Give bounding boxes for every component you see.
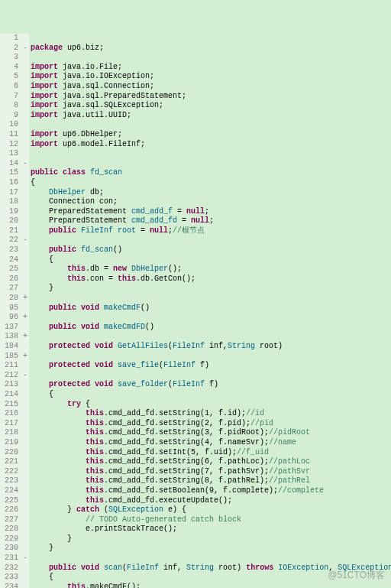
code-line: this.cmd_add_fd.setString(6, f.pathLoc);… xyxy=(31,457,310,466)
code-line: this.cmd_add_fd.setString(2, f.pid);//pi… xyxy=(31,419,273,427)
code-line: public class fd_scan xyxy=(31,168,122,177)
code-line: { xyxy=(31,390,53,398)
code-line: import java.util.UUID; xyxy=(31,111,131,119)
code-line: { xyxy=(31,573,53,581)
code-line: } catch (SQLException e) { xyxy=(31,505,186,514)
code-line: Connection con; xyxy=(31,197,118,206)
code-line: PreparedStatement cmd_add_f = null; xyxy=(31,207,209,216)
code-line: try { xyxy=(31,400,90,408)
code-line: import java.io.IOException; xyxy=(31,72,154,80)
code-line: import java.io.File; xyxy=(31,63,122,71)
watermark: @51CTO博客 xyxy=(328,569,385,582)
fold-gutter[interactable]: - - - + + + + - - xyxy=(21,34,29,588)
code-line: PreparedStatement cmd_add_fd = null; xyxy=(31,216,214,225)
code-line: import up6.model.FileInf; xyxy=(31,140,145,148)
code-line: this.cmd_add_fd.setBoolean(9, f.complete… xyxy=(31,486,324,495)
code-line: this.con = this.db.GetCon(); xyxy=(31,275,196,283)
code-line: import up6.DbHelper; xyxy=(31,130,122,138)
code-line: DbHelper db; xyxy=(31,188,104,197)
code-line: this.cmd_add_fd.setInt(5, f.uid);//f_uid xyxy=(31,448,269,456)
code-line: } xyxy=(31,544,53,552)
code-line: { xyxy=(31,178,35,187)
code-line: protected void GetAllFiles(FileInf inf,S… xyxy=(31,342,283,350)
code-line: public FileInf root = null;//根节点 xyxy=(31,226,205,235)
line-gutter: 1 2 3 4 5 6 7 8 9 10 11 12 13 14 15 16 1… xyxy=(0,34,21,588)
code-line: this.cmd_add_fd.setString(3, f.pidRoot);… xyxy=(31,428,310,437)
code-line: this.cmd_add_fd.setString(8, f.pathRel);… xyxy=(31,476,310,485)
code-line: protected void save_file(FileInf f) xyxy=(31,361,209,369)
code-line: this.cmd_add_fd.setString(1, f.id);//id xyxy=(31,409,264,417)
code-editor[interactable]: 1 2 3 4 5 6 7 8 9 10 11 12 13 14 15 16 1… xyxy=(0,34,391,588)
code-area[interactable]: package up6.biz; import java.io.File; im… xyxy=(29,34,391,588)
code-line: public void makeCmdF() xyxy=(31,304,150,312)
code-line: } xyxy=(31,284,53,292)
code-line: { xyxy=(31,255,53,264)
code-line: protected void save_folder(FileInf f) xyxy=(31,380,218,388)
code-line: import java.sql.PreparedStatement; xyxy=(31,92,186,100)
code-line: this.makeCmdF(); xyxy=(31,583,141,588)
code-line: this.db = new DbHelper(); xyxy=(31,265,182,273)
code-line: package up6.biz; xyxy=(31,44,104,52)
code-line: e.printStackTrace(); xyxy=(31,525,177,533)
code-line: this.cmd_add_fd.setString(4, f.nameSvr);… xyxy=(31,438,296,447)
code-line: this.cmd_add_fd.executeUpdate(); xyxy=(31,496,232,505)
code-line: } xyxy=(31,534,72,543)
code-line: public void makeCmdFD() xyxy=(31,323,154,331)
code-line: public fd_scan() xyxy=(31,245,122,254)
code-line: import java.sql.Connection; xyxy=(31,82,154,90)
code-line: import java.sql.SQLException; xyxy=(31,101,163,109)
code-line: this.cmd_add_fd.setString(7, f.pathSvr);… xyxy=(31,467,310,476)
code-line: // TODO Auto-generated catch block xyxy=(31,515,241,524)
